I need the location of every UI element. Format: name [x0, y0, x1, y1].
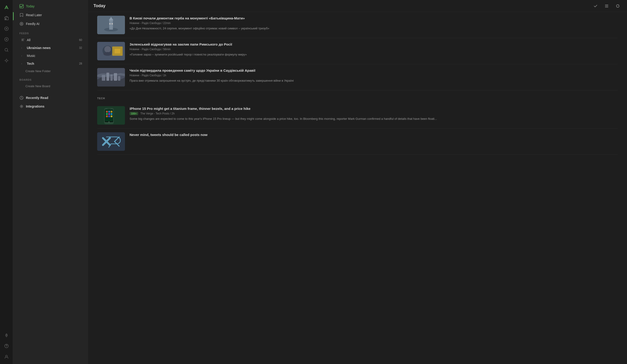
- svg-rect-46: [107, 108, 110, 109]
- svg-rect-54: [108, 115, 110, 117]
- feedly-ai-label: Feedly AI: [26, 22, 82, 26]
- feed-music-label: Music: [27, 54, 80, 58]
- article-thumb-2: [97, 42, 125, 60]
- add-content-icon[interactable]: [2, 24, 11, 33]
- sidebar-item-read-later[interactable]: Read Later: [16, 11, 86, 19]
- integrations-label: Integrations: [26, 104, 82, 108]
- sidebar-item-feedly-ai[interactable]: Feedly AI: [16, 20, 86, 28]
- article-excerpt-4: Some big changes are expected to come to…: [130, 117, 618, 121]
- article-thumb-4: [97, 106, 125, 125]
- svg-rect-47: [106, 111, 108, 113]
- article-title-2: Зеленський відреагував на заклик папи Ри…: [130, 42, 618, 47]
- article-excerpt-2: «Головне зараз – зупинити російський тер…: [130, 52, 618, 57]
- article-card-3[interactable]: Чехія підтвердила проведення саміту щодо…: [97, 64, 618, 91]
- boards-section-header: BOARDS: [14, 75, 88, 83]
- svg-point-33: [104, 52, 112, 56]
- svg-point-0: [6, 8, 7, 8]
- svg-point-7: [6, 335, 7, 336]
- article-title-4: iPhone 15 Pro might get a titanium frame…: [130, 106, 618, 111]
- feed-ukrainian-news-label: Ukrainian news: [27, 46, 77, 50]
- today-icon: [19, 4, 24, 8]
- create-new-board[interactable]: Create New Board: [14, 83, 88, 90]
- recently-read-label: Recently Read: [26, 96, 82, 100]
- article-thumb-1: [97, 16, 125, 34]
- svg-rect-16: [21, 40, 23, 40]
- tech-section-label: TECH: [97, 91, 618, 102]
- svg-point-28: [111, 23, 113, 25]
- article-card-5[interactable]: Never mind, tweets should be called post…: [97, 129, 618, 155]
- article-body-3: Чехія підтвердила проведення саміту щодо…: [130, 68, 618, 87]
- article-thumb-5: [97, 132, 125, 151]
- svg-rect-56: [97, 132, 125, 151]
- article-body-5: Never mind, tweets should be called post…: [130, 132, 618, 151]
- svg-rect-17: [21, 41, 24, 41]
- svg-rect-53: [106, 115, 108, 117]
- mark-all-read-button[interactable]: [592, 2, 599, 10]
- chevron-icon-tech: ›: [21, 62, 25, 65]
- feed-tech-label: Tech: [27, 62, 77, 65]
- article-title-3: Чехія підтвердила проведення саміту щодо…: [130, 68, 618, 73]
- svg-rect-52: [110, 113, 112, 115]
- article-meta-row-4: 100+ The Verge - Tech Posts / 2h: [130, 112, 618, 115]
- svg-rect-2: [5, 18, 6, 20]
- feed-ukrainian-news-count: 32: [79, 46, 82, 49]
- refresh-button[interactable]: [614, 2, 622, 10]
- svg-point-9: [6, 347, 7, 347]
- feed-tech-count: 28: [79, 62, 82, 65]
- integrations-icon: [19, 104, 24, 108]
- feed-tech[interactable]: › Tech 28: [16, 60, 86, 67]
- read-later-icon: [19, 13, 24, 17]
- feed-all-label: All: [27, 38, 77, 42]
- svg-rect-15: [21, 39, 24, 39]
- svg-rect-39: [118, 76, 120, 81]
- feed-ukrainian-news[interactable]: › Ukrainian news 32: [16, 44, 86, 51]
- home-icon[interactable]: [2, 13, 11, 23]
- svg-point-10: [5, 355, 7, 357]
- article-meta-1: Новини - Радіо Свобода / 22min: [130, 22, 618, 25]
- svg-point-45: [108, 121, 110, 123]
- svg-rect-22: [605, 7, 608, 7]
- feedly-logo-icon[interactable]: [2, 3, 11, 12]
- svg-point-14: [21, 24, 22, 24]
- svg-rect-1: [5, 17, 8, 20]
- svg-rect-55: [110, 115, 112, 117]
- article-excerpt-1: «До Дня Незалежності, 24 серпня, монумен…: [130, 26, 618, 31]
- sidebar-item-integrations[interactable]: Integrations: [16, 102, 86, 111]
- svg-point-19: [21, 106, 22, 107]
- article-card-4[interactable]: iPhone 15 Pro might get a titanium frame…: [97, 102, 618, 129]
- article-body-4: iPhone 15 Pro might get a titanium frame…: [130, 106, 618, 125]
- create-new-folder[interactable]: Create New Folder: [14, 68, 88, 75]
- article-card-2[interactable]: Зеленський відреагував на заклик папи Ри…: [97, 38, 618, 64]
- svg-rect-51: [108, 113, 110, 115]
- feed-all-count: 60: [79, 38, 82, 42]
- article-excerpt-3: Прага вже отримала запрошення на зустріч…: [130, 78, 618, 83]
- topbar: Today: [88, 0, 627, 12]
- feed-all[interactable]: All 60: [16, 36, 86, 44]
- svg-rect-50: [106, 113, 108, 115]
- theme-icon[interactable]: [2, 56, 11, 65]
- article-card-1[interactable]: В Києві почали демонтаж герба на монумен…: [97, 12, 618, 38]
- article-meta-2: Новини - Радіо Свобода / 58min: [130, 48, 618, 51]
- rocket-icon[interactable]: [2, 331, 11, 340]
- article-title-1: В Києві почали демонтаж герба на монумен…: [130, 16, 618, 21]
- feed-music[interactable]: › Music: [16, 52, 86, 59]
- main-content: Today: [88, 0, 627, 364]
- help-icon[interactable]: [2, 341, 11, 351]
- svg-point-27: [109, 23, 110, 25]
- list-view-button[interactable]: [603, 2, 610, 10]
- svg-point-32: [104, 46, 111, 52]
- all-feeds-icon: [21, 38, 25, 42]
- chevron-icon: ›: [21, 47, 25, 49]
- sidebar-item-recently-read[interactable]: Recently Read: [16, 94, 86, 102]
- read-later-label: Read Later: [26, 13, 82, 17]
- article-thumb-3: [97, 68, 125, 87]
- article-meta-4: The Verge - Tech Posts / 2h: [140, 112, 175, 115]
- search-icon[interactable]: [2, 45, 11, 55]
- content-area: В Києві почали демонтаж герба на монумен…: [88, 12, 627, 364]
- discover-icon[interactable]: [2, 35, 11, 44]
- icon-rail: [0, 0, 13, 364]
- sidebar-item-today[interactable]: Today: [16, 2, 86, 10]
- profile-icon[interactable]: [2, 352, 11, 361]
- article-badge-4: 100+: [130, 112, 138, 115]
- topbar-actions: [592, 2, 622, 10]
